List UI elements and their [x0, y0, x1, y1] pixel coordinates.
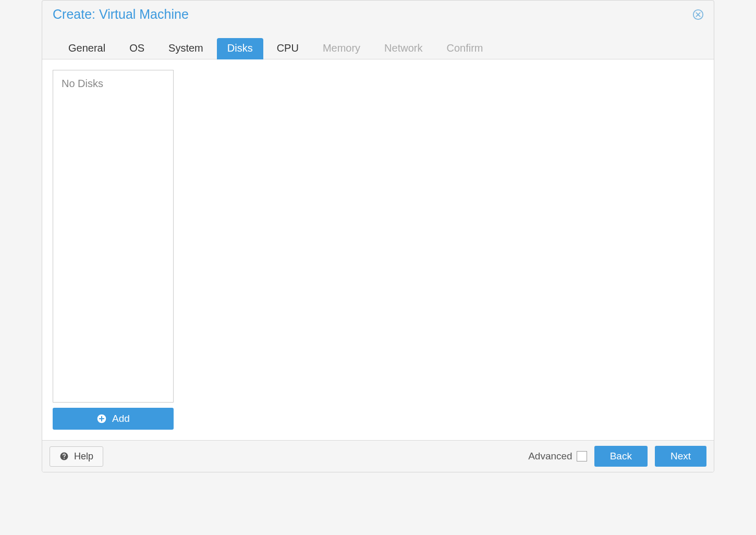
footer-left: Help — [50, 446, 103, 467]
svg-point-3 — [64, 458, 65, 459]
close-button[interactable] — [692, 8, 704, 21]
advanced-label-text: Advanced — [528, 451, 572, 462]
add-button-label: Add — [112, 413, 130, 424]
advanced-toggle[interactable]: Advanced — [528, 451, 587, 462]
add-disk-button[interactable]: Add — [53, 408, 174, 430]
back-button[interactable]: Back — [594, 446, 648, 467]
tab-disks[interactable]: Disks — [217, 38, 263, 59]
wizard-tabs: General OS System Disks CPU Memory Netwo… — [42, 22, 714, 59]
tab-os[interactable]: OS — [119, 38, 155, 59]
plus-circle-icon — [96, 414, 107, 424]
dialog-header: Create: Virtual Machine — [42, 1, 714, 22]
help-button-label: Help — [74, 451, 93, 462]
next-button[interactable]: Next — [655, 446, 706, 467]
tab-general[interactable]: General — [58, 38, 116, 59]
tab-content: No Disks Add — [42, 59, 714, 440]
tab-system[interactable]: System — [158, 38, 214, 59]
tab-memory: Memory — [312, 38, 371, 59]
help-button[interactable]: Help — [50, 446, 103, 467]
tab-confirm: Confirm — [436, 38, 493, 59]
tab-network: Network — [374, 38, 433, 59]
dialog-footer: Help Advanced Back Next — [42, 440, 714, 472]
help-icon — [59, 452, 69, 461]
disk-empty-text: No Disks — [62, 78, 165, 90]
dialog-title: Create: Virtual Machine — [53, 7, 189, 22]
advanced-checkbox[interactable] — [577, 451, 587, 461]
disk-list[interactable]: No Disks — [53, 70, 174, 403]
close-icon — [692, 9, 704, 20]
tab-cpu[interactable]: CPU — [266, 38, 309, 59]
disk-panel: No Disks Add — [53, 70, 174, 430]
create-vm-dialog: Create: Virtual Machine General OS Syste… — [42, 0, 714, 472]
footer-right: Advanced Back Next — [528, 446, 706, 467]
